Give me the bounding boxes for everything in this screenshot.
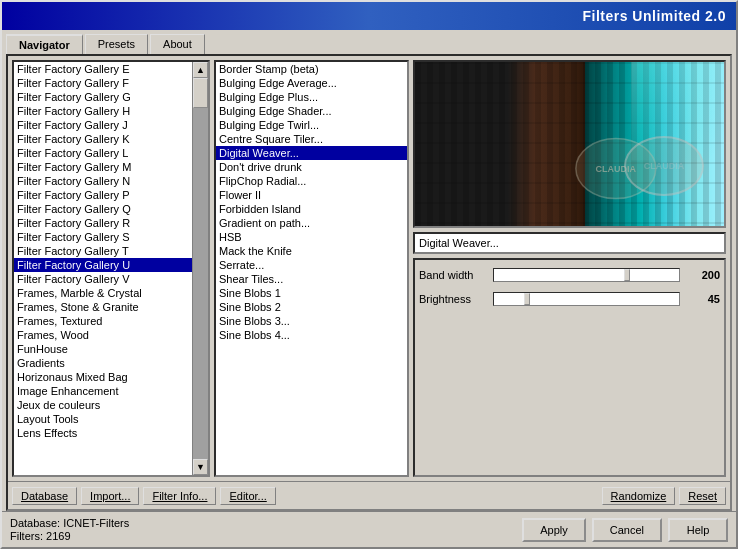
cancel-button[interactable]: Cancel [592, 518, 662, 542]
category-list-panel: Filter Factory Gallery EFilter Factory G… [12, 60, 210, 477]
category-item-26[interactable]: Lens Effects [14, 426, 192, 440]
database-value: ICNET-Filters [63, 517, 129, 529]
scroll-track[interactable] [193, 78, 208, 459]
status-bar: Database: ICNET-Filters Filters: 2169 Ap… [2, 511, 736, 547]
filter-list-panel: Border Stamp (beta)Bulging Edge Average.… [214, 60, 409, 477]
filter-item-11[interactable]: Gradient on path... [216, 216, 407, 230]
category-item-21[interactable]: Gradients [14, 356, 192, 370]
control-row-1: Brightness45 [419, 288, 720, 310]
slider-thumb-0[interactable] [624, 269, 630, 281]
watermark-text: CLAUDIA [644, 161, 685, 171]
database-status: Database: ICNET-Filters [10, 517, 129, 529]
category-item-2[interactable]: Filter Factory Gallery G [14, 90, 192, 104]
control-label-1: Brightness [419, 293, 489, 305]
database-label: Database: [10, 517, 60, 529]
category-item-1[interactable]: Filter Factory Gallery F [14, 76, 192, 90]
import-button[interactable]: Import... [81, 487, 139, 505]
scroll-thumb[interactable] [193, 78, 208, 108]
filter-info-button[interactable]: Filter Info... [143, 487, 216, 505]
filter-item-8[interactable]: FlipChop Radial... [216, 174, 407, 188]
filter-item-15[interactable]: Shear Tiles... [216, 272, 407, 286]
tab-bar: Navigator Presets About [2, 30, 736, 54]
category-item-24[interactable]: Jeux de couleurs [14, 398, 192, 412]
filters-value: 2169 [46, 530, 70, 542]
slider-thumb-1[interactable] [524, 293, 530, 305]
filter-item-1[interactable]: Bulging Edge Average... [216, 76, 407, 90]
category-item-25[interactable]: Layout Tools [14, 412, 192, 426]
category-item-10[interactable]: Filter Factory Gallery Q [14, 202, 192, 216]
filter-item-17[interactable]: Sine Blobs 2 [216, 300, 407, 314]
slider-track-0[interactable] [493, 268, 680, 282]
control-row-0: Band width200 [419, 264, 720, 286]
filter-item-12[interactable]: HSB [216, 230, 407, 244]
filter-list[interactable]: Border Stamp (beta)Bulging Edge Average.… [216, 62, 407, 475]
filters-label: Filters: [10, 530, 43, 542]
title-bar: Filters Unlimited 2.0 [2, 2, 736, 30]
filter-item-19[interactable]: Sine Blobs 4... [216, 328, 407, 342]
right-panel: CLAUDIA Digital Weaver... Band width200B… [413, 60, 726, 477]
category-item-18[interactable]: Frames, Textured [14, 314, 192, 328]
preview-area: CLAUDIA [413, 60, 726, 228]
randomize-button[interactable]: Randomize [602, 487, 676, 505]
filter-item-7[interactable]: Don't drive drunk [216, 160, 407, 174]
category-list[interactable]: Filter Factory Gallery EFilter Factory G… [14, 62, 192, 475]
filters-status: Filters: 2169 [10, 530, 129, 542]
filter-item-4[interactable]: Bulging Edge Twirl... [216, 118, 407, 132]
filter-name-bar: Digital Weaver... [413, 232, 726, 254]
category-item-15[interactable]: Filter Factory Gallery V [14, 272, 192, 286]
category-item-3[interactable]: Filter Factory Gallery H [14, 104, 192, 118]
tab-about[interactable]: About [150, 34, 205, 54]
reset-button[interactable]: Reset [679, 487, 726, 505]
filter-item-9[interactable]: Flower II [216, 188, 407, 202]
filter-item-0[interactable]: Border Stamp (beta) [216, 62, 407, 76]
category-item-5[interactable]: Filter Factory Gallery K [14, 132, 192, 146]
category-item-0[interactable]: Filter Factory Gallery E [14, 62, 192, 76]
slider-track-1[interactable] [493, 292, 680, 306]
category-item-23[interactable]: Image Enhancement [14, 384, 192, 398]
category-item-19[interactable]: Frames, Wood [14, 328, 192, 342]
current-filter-name: Digital Weaver... [419, 237, 499, 249]
filter-item-6[interactable]: Digital Weaver... [216, 146, 407, 160]
control-value-1: 45 [684, 293, 720, 305]
watermark: CLAUDIA [624, 136, 704, 196]
category-item-16[interactable]: Frames, Marble & Crystal [14, 286, 192, 300]
title-bar-text: Filters Unlimited 2.0 [582, 8, 726, 24]
filter-item-10[interactable]: Forbidden Island [216, 202, 407, 216]
controls-area: Band width200Brightness45 [413, 258, 726, 477]
filter-item-14[interactable]: Serrate... [216, 258, 407, 272]
control-label-0: Band width [419, 269, 489, 281]
category-item-14[interactable]: Filter Factory Gallery U [14, 258, 192, 272]
category-item-4[interactable]: Filter Factory Gallery J [14, 118, 192, 132]
main-window: Filters Unlimited 2.0 Navigator Presets … [0, 0, 738, 549]
category-item-7[interactable]: Filter Factory Gallery M [14, 160, 192, 174]
category-item-12[interactable]: Filter Factory Gallery S [14, 230, 192, 244]
category-item-8[interactable]: Filter Factory Gallery N [14, 174, 192, 188]
scroll-up-btn[interactable]: ▲ [193, 62, 208, 78]
category-item-9[interactable]: Filter Factory Gallery P [14, 188, 192, 202]
tab-navigator[interactable]: Navigator [6, 34, 83, 54]
filter-item-5[interactable]: Centre Square Tiler... [216, 132, 407, 146]
category-item-22[interactable]: Horizonaus Mixed Bag [14, 370, 192, 384]
filter-item-18[interactable]: Sine Blobs 3... [216, 314, 407, 328]
status-info: Database: ICNET-Filters Filters: 2169 [10, 517, 129, 542]
bottom-toolbar: Database Import... Filter Info... Editor… [8, 481, 730, 509]
main-content: Filter Factory Gallery EFilter Factory G… [6, 54, 732, 511]
tab-presets[interactable]: Presets [85, 34, 148, 54]
category-scrollbar[interactable]: ▲ ▼ [192, 62, 208, 475]
control-value-0: 200 [684, 269, 720, 281]
editor-button[interactable]: Editor... [220, 487, 275, 505]
category-item-6[interactable]: Filter Factory Gallery L [14, 146, 192, 160]
filter-item-13[interactable]: Mack the Knife [216, 244, 407, 258]
filter-item-3[interactable]: Bulging Edge Shader... [216, 104, 407, 118]
category-item-20[interactable]: FunHouse [14, 342, 192, 356]
database-button[interactable]: Database [12, 487, 77, 505]
apply-button[interactable]: Apply [522, 518, 586, 542]
help-button[interactable]: Help [668, 518, 728, 542]
filter-item-2[interactable]: Bulging Edge Plus... [216, 90, 407, 104]
category-item-17[interactable]: Frames, Stone & Granite [14, 300, 192, 314]
category-item-13[interactable]: Filter Factory Gallery T [14, 244, 192, 258]
panels-row: Filter Factory Gallery EFilter Factory G… [8, 56, 730, 481]
scroll-down-btn[interactable]: ▼ [193, 459, 208, 475]
filter-item-16[interactable]: Sine Blobs 1 [216, 286, 407, 300]
category-item-11[interactable]: Filter Factory Gallery R [14, 216, 192, 230]
